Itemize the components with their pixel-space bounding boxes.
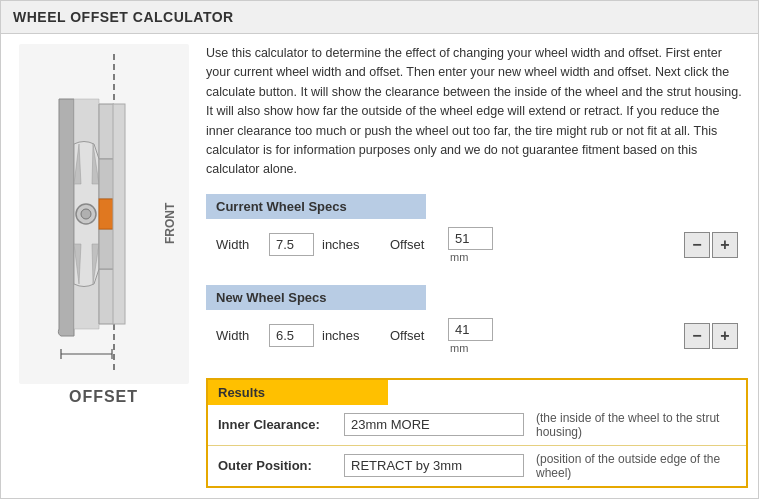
- new-offset-minus-button[interactable]: −: [684, 323, 710, 349]
- current-offset-value[interactable]: 51: [448, 227, 493, 250]
- results-header: Results: [208, 380, 388, 405]
- new-offset-value[interactable]: 41: [448, 318, 493, 341]
- new-offset-container: 41 mm: [448, 318, 493, 354]
- new-specs-section: New Wheel Specs Width 6.5 inches Offset …: [206, 285, 748, 362]
- new-width-unit: inches: [322, 328, 362, 343]
- inner-clearance-desc: (the inside of the wheel to the strut ho…: [536, 411, 736, 439]
- new-width-value[interactable]: 6.5: [269, 324, 314, 347]
- current-offset-label: Offset: [390, 237, 440, 252]
- current-offset-container: 51 mm: [448, 227, 493, 263]
- results-section: Results Inner Clearance: 23mm MORE (the …: [206, 378, 748, 488]
- outer-position-row: Outer Position: RETRACT by 3mm (position…: [208, 446, 746, 486]
- outer-position-label: Outer Position:: [218, 458, 338, 473]
- offset-diagram-label: OFFSET: [69, 388, 138, 406]
- new-width-label: Width: [216, 328, 261, 343]
- svg-rect-6: [99, 199, 113, 229]
- new-stepper-buttons: − +: [684, 323, 738, 349]
- description-text: Use this calculator to determine the eff…: [206, 44, 748, 180]
- inner-clearance-label: Inner Clearance:: [218, 417, 338, 432]
- current-width-value[interactable]: 7.5: [269, 233, 314, 256]
- outer-position-value: RETRACT by 3mm: [344, 454, 524, 477]
- current-stepper-buttons: − +: [684, 232, 738, 258]
- current-width-unit: inches: [322, 237, 362, 252]
- current-offset-unit: mm: [450, 251, 468, 263]
- svg-text:FRONT: FRONT: [163, 202, 177, 244]
- page-title: WHEEL OFFSET CALCULATOR: [13, 9, 234, 25]
- new-offset-label: Offset: [390, 328, 440, 343]
- new-specs-header: New Wheel Specs: [206, 285, 426, 310]
- current-specs-section: Current Wheel Specs Width 7.5 inches Off…: [206, 194, 748, 271]
- current-offset-minus-button[interactable]: −: [684, 232, 710, 258]
- inner-clearance-row: Inner Clearance: 23mm MORE (the inside o…: [208, 405, 746, 446]
- outer-position-desc: (position of the outside edge of the whe…: [536, 452, 736, 480]
- svg-rect-7: [113, 104, 125, 324]
- calculator-page: WHEEL OFFSET CALCULATOR: [0, 0, 759, 499]
- current-specs-row: Width 7.5 inches Offset 51 mm − +: [206, 219, 748, 271]
- title-bar: WHEEL OFFSET CALCULATOR: [1, 1, 758, 34]
- svg-point-5: [81, 209, 91, 219]
- wheel-svg: FRONT: [19, 44, 189, 384]
- inner-clearance-value: 23mm MORE: [344, 413, 524, 436]
- main-content: FRONT OFFSET Use this calculator to dete…: [1, 34, 758, 498]
- current-specs-header: Current Wheel Specs: [206, 194, 426, 219]
- current-width-label: Width: [216, 237, 261, 252]
- new-offset-unit: mm: [450, 342, 468, 354]
- wheel-diagram-panel: FRONT OFFSET: [11, 44, 196, 488]
- new-offset-plus-button[interactable]: +: [712, 323, 738, 349]
- right-panel: Use this calculator to determine the eff…: [206, 44, 748, 488]
- new-specs-row: Width 6.5 inches Offset 41 mm − +: [206, 310, 748, 362]
- current-offset-plus-button[interactable]: +: [712, 232, 738, 258]
